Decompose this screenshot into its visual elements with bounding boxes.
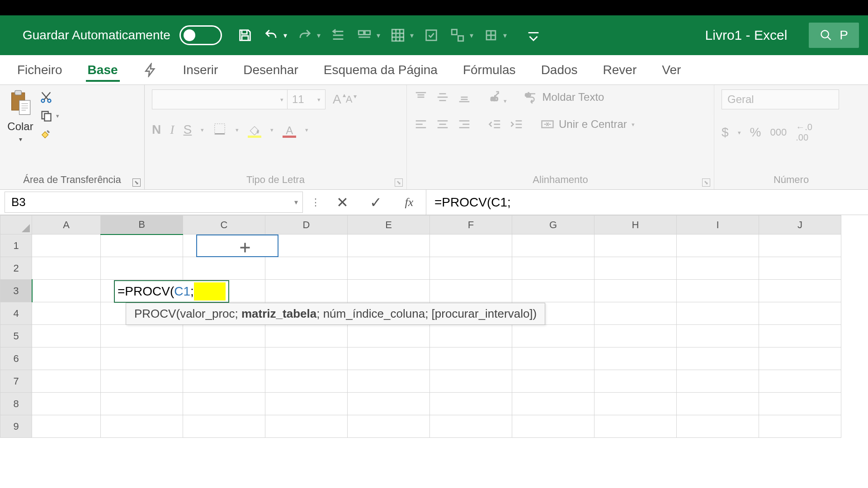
copy-button[interactable]: ▾ [40, 109, 59, 122]
fx-button[interactable]: fx [392, 190, 426, 215]
copy-dropdown[interactable]: ▾ [56, 113, 59, 119]
qat-icon-2[interactable] [353, 24, 376, 47]
align-middle-icon[interactable] [436, 90, 449, 104]
undo-dropdown[interactable]: ▾ [283, 31, 287, 40]
save-icon[interactable] [234, 24, 256, 47]
row-header-3[interactable]: 3 [0, 280, 32, 302]
tab-formulas[interactable]: Fórmulas [450, 55, 528, 84]
align-right-icon[interactable] [458, 117, 471, 131]
tab-view[interactable]: Ver [649, 55, 693, 84]
row-header-4[interactable]: 4 [0, 302, 32, 325]
decrease-font-icon[interactable]: A▾ [346, 94, 353, 105]
comma-button[interactable]: 000 [770, 127, 787, 138]
tab-home[interactable]: Base [75, 55, 131, 84]
paste-dropdown[interactable]: ▾ [19, 136, 22, 143]
increase-decimal-icon[interactable]: ←.0.00 [796, 122, 812, 143]
row-header-5[interactable]: 5 [0, 325, 32, 347]
bold-button[interactable]: N [152, 122, 161, 137]
col-header-h[interactable]: H [594, 216, 677, 235]
grid[interactable]: A B C D E F G H I J 1 2 3 4 5 6 7 8 9 =P… [0, 215, 868, 438]
cancel-button[interactable]: ✕ [326, 190, 359, 215]
increase-font-icon[interactable]: A▴ [333, 92, 341, 107]
function-tooltip[interactable]: PROCV(valor_proc; matriz_tabela; núm_índ… [126, 303, 545, 325]
font-size-select[interactable]: 11▾ [288, 89, 326, 109]
font-color-button[interactable]: A [283, 124, 296, 135]
col-header-i[interactable]: I [677, 216, 759, 235]
select-all-corner[interactable] [0, 216, 32, 235]
qat-dropdown-5[interactable]: ▾ [470, 31, 473, 40]
font-name-select[interactable]: ▾ [152, 89, 288, 109]
row-header-1[interactable]: 1 [0, 235, 32, 257]
svg-rect-3 [426, 30, 437, 41]
col-header-d[interactable]: D [265, 216, 348, 235]
decrease-indent-icon[interactable] [488, 117, 502, 131]
tab-insert[interactable]: Inserir [170, 55, 231, 84]
tab-pagelayout[interactable]: Esquema da Página [311, 55, 450, 84]
wrap-text-button[interactable]: ab Moldar Texto [524, 90, 604, 104]
underline-button[interactable]: S [184, 122, 192, 137]
paste-label[interactable]: Colar [7, 120, 33, 133]
row-header-9[interactable]: 9 [0, 415, 32, 438]
font-color-dropdown[interactable]: ▾ [305, 127, 308, 133]
undo-icon[interactable] [260, 24, 283, 47]
borders-dropdown[interactable]: ▾ [236, 127, 239, 133]
redo-icon[interactable] [293, 24, 316, 47]
paste-icon[interactable] [7, 89, 33, 117]
autosave-toggle[interactable] [179, 25, 222, 45]
borders-icon[interactable] [213, 122, 226, 137]
currency-dropdown[interactable]: ▾ [738, 129, 741, 136]
col-header-f[interactable]: F [430, 216, 512, 235]
percent-button[interactable]: % [750, 125, 761, 140]
row-header-6[interactable]: 6 [0, 347, 32, 370]
qat-icon-5[interactable] [446, 24, 469, 47]
font-launcher-icon[interactable]: ⬊ [395, 178, 403, 187]
redo-dropdown[interactable]: ▾ [317, 31, 321, 40]
col-header-b[interactable]: B [101, 216, 183, 235]
active-cell-b3[interactable]: =PROCV(C1; [114, 280, 229, 303]
qat-icon-6[interactable] [480, 24, 502, 47]
qat-dropdown-3[interactable]: ▾ [410, 31, 414, 40]
currency-button[interactable]: $ [722, 125, 729, 140]
alignment-launcher-icon[interactable]: ⬊ [702, 178, 710, 187]
row-header-2[interactable]: 2 [0, 257, 32, 280]
qat-dropdown-2[interactable]: ▾ [377, 31, 380, 40]
referenced-cell-c1[interactable] [196, 235, 278, 257]
format-painter-button[interactable] [40, 127, 59, 140]
col-header-g[interactable]: G [512, 216, 594, 235]
align-bottom-icon[interactable] [458, 90, 471, 104]
col-header-c[interactable]: C [183, 216, 265, 235]
increase-indent-icon[interactable] [510, 117, 524, 131]
tab-data[interactable]: Dados [528, 55, 590, 84]
row-header-8[interactable]: 8 [0, 393, 32, 415]
tab-draw[interactable]: Desenhar [231, 55, 311, 84]
cut-button[interactable] [40, 91, 59, 104]
qat-icon-3[interactable] [387, 24, 409, 47]
col-header-a[interactable]: A [32, 216, 101, 235]
underline-dropdown[interactable]: ▾ [201, 127, 204, 133]
merge-center-button[interactable]: Unir e Centrar ▾ [541, 117, 635, 131]
col-header-j[interactable]: J [759, 216, 841, 235]
qat-dropdown-6[interactable]: ▾ [503, 31, 507, 40]
fill-color-dropdown[interactable]: ▾ [270, 127, 274, 133]
fill-color-button[interactable] [248, 124, 261, 135]
italic-button[interactable]: I [170, 122, 174, 137]
number-format-select[interactable]: Geral [722, 89, 839, 109]
name-box-dropdown[interactable]: ▾ [294, 198, 298, 206]
qat-icon-4[interactable] [420, 24, 443, 47]
align-left-icon[interactable] [414, 117, 428, 131]
qat-customize-icon[interactable] [522, 24, 545, 47]
clipboard-launcher-icon[interactable]: ⬊ [132, 178, 141, 187]
align-top-icon[interactable] [414, 90, 428, 104]
orientation-button[interactable]: ab ▾ [488, 89, 507, 105]
search-box[interactable]: P [809, 23, 859, 48]
row-header-7[interactable]: 7 [0, 370, 32, 393]
enter-button[interactable]: ✓ [359, 190, 392, 215]
tab-lightning-icon[interactable] [131, 55, 170, 84]
formula-input[interactable]: =PROCV(C1; [426, 190, 868, 215]
tab-file[interactable]: Ficheiro [5, 55, 75, 84]
qat-icon-1[interactable] [327, 24, 349, 47]
tab-review[interactable]: Rever [590, 55, 650, 84]
col-header-e[interactable]: E [348, 216, 430, 235]
align-center-icon[interactable] [436, 117, 449, 131]
name-box[interactable]: B3 ▾ [5, 192, 303, 213]
